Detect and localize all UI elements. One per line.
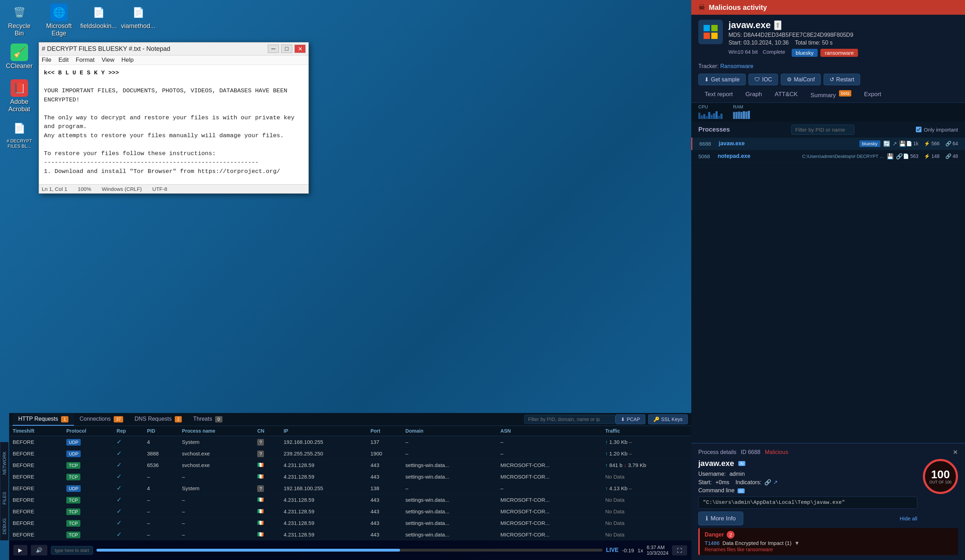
speed-label: 1x (638, 547, 643, 553)
icon-microsoft-edge[interactable]: 🌐 Microsoft Edge (43, 3, 75, 37)
cell-protocol: TCP (63, 506, 113, 517)
cell-process: – (178, 506, 254, 517)
network-table-row[interactable]: BEFORE TCP ✓ – – 🇮🇪 4.231.128.59 443 set… (9, 517, 691, 529)
cell-ip: 239.255.255.250 (280, 448, 367, 459)
proc-icon2: ↗ (892, 140, 897, 147)
notepad-minimize-button[interactable]: ─ (268, 44, 279, 53)
cpu-bar (708, 112, 710, 119)
proc-val5: 🔗 48 (945, 153, 958, 159)
notepad-position: Ln 1, Col 1 (42, 186, 67, 192)
network-table-row[interactable]: BEFORE UDP ✓ 4 System ? 192.168.100.255 … (9, 482, 691, 494)
restart-icon: ↺ (829, 76, 834, 83)
process-row-javaw[interactable]: 6688 javaw.exe bluesky 🔄 ↗ 💾 📄 1k ⚡ 566 … (691, 137, 965, 150)
cell-cn: 🇮🇪 (254, 471, 280, 482)
notepad-maximize-button[interactable]: □ (281, 44, 292, 53)
notepad-close-button[interactable]: ✕ (294, 44, 306, 53)
processes-search-input[interactable] (791, 124, 854, 135)
tab-text-report[interactable]: Text report (698, 88, 739, 103)
ssl-keys-button[interactable]: 🔑 SSL Keys (648, 415, 688, 424)
ioc-button[interactable]: 🛡 IOC (749, 73, 778, 85)
hide-all-button[interactable]: Hide all (900, 516, 917, 521)
cell-process: System (178, 436, 254, 448)
icon-recycle-bin[interactable]: 🗑️ Recycle Bin (3, 3, 35, 37)
taskbar-play-button[interactable]: ▶ (13, 545, 27, 555)
cell-rep: ✓ (113, 482, 144, 494)
proc-mem2: 📄 563 (903, 153, 918, 159)
cpu-bar (715, 111, 718, 119)
sidebar-label-files[interactable]: FILES (0, 484, 8, 512)
sidebar-label-network[interactable]: NETWORK (0, 442, 8, 484)
tab-graph[interactable]: Graph (739, 88, 768, 103)
sidebar-label-debug[interactable]: DEBUG (0, 512, 8, 540)
net-tab-threats[interactable]: Threats 0 (187, 413, 228, 426)
ram-bar (741, 112, 743, 119)
windows-logo-icon (702, 23, 719, 40)
notepad-menu-edit[interactable]: Edit (58, 57, 69, 64)
cell-timeshift: BEFORE (9, 482, 63, 494)
tab-export[interactable]: Export (858, 88, 887, 103)
cell-traffic: ↑ 4.13 Kb – (602, 482, 691, 494)
network-table-row[interactable]: BEFORE TCP ✓ – – 🇮🇪 4.231.128.59 443 set… (9, 494, 691, 506)
pcap-button[interactable]: ⬇ PCAP (615, 415, 645, 424)
only-important-checkbox[interactable] (916, 127, 921, 132)
icon-adobe-acrobat[interactable]: 📕 Adobe Acrobat (3, 79, 35, 113)
more-info-button[interactable]: ℹ More Info (698, 511, 743, 525)
cell-protocol: TCP (63, 471, 113, 482)
icon-fields-looking[interactable]: 📄 fieldslookin... (83, 3, 114, 37)
fullscreen-button[interactable]: ⛶ (672, 545, 687, 555)
network-table-row[interactable]: BEFORE TCP ✓ 6536 svchost.exe 🇮🇪 4.231.1… (9, 459, 691, 471)
cell-process: svchost.exe (178, 448, 254, 459)
processes-title: Processes (698, 126, 730, 133)
cell-rep: ✓ (113, 517, 144, 529)
network-table-row[interactable]: BEFORE UDP ✓ 3888 svchost.exe ? 239.255.… (9, 448, 691, 459)
icon-viamethod[interactable]: 📄 viamethod... (123, 3, 154, 37)
proc-val3: 🔗 64 (945, 141, 958, 146)
proc-detail-close-button[interactable]: ✕ (953, 449, 958, 456)
tab-att-ck[interactable]: ATT&CK (769, 88, 804, 103)
get-sample-button[interactable]: ⬇ Get sample (698, 73, 746, 85)
icon-decrypt3[interactable]: 📄 # DECRYPT FILES BL... (3, 119, 35, 153)
proc-tag-bluesky: bluesky (859, 140, 880, 147)
cell-cn: 🇮🇪 (254, 517, 280, 529)
cell-port: 443 (367, 494, 402, 506)
net-tab-connections[interactable]: Connections 37 (74, 413, 129, 426)
notepad-line (44, 176, 304, 184)
ram-bar (733, 112, 735, 119)
ram-bar (748, 111, 750, 119)
restart-button[interactable]: ↺ Restart (824, 73, 860, 85)
col-process: Process name (178, 426, 254, 436)
taskbar-input[interactable] (51, 546, 93, 555)
network-table-row[interactable]: BEFORE TCP ✓ – – 🇮🇪 4.231.128.59 443 set… (9, 506, 691, 517)
tracker-link[interactable]: Ransomware (720, 63, 753, 69)
cell-port: 443 (367, 459, 402, 471)
notepad-content[interactable]: k<< B L U E S K Y >>> YOUR IMPORTANT FIL… (39, 65, 308, 184)
icon-ccleaner[interactable]: 🧹 CCleaner (3, 44, 35, 73)
malconf-button[interactable]: ⚙ MalConf (781, 73, 821, 85)
notepad-menu-format[interactable]: Format (76, 57, 95, 64)
cpu-bar (706, 116, 708, 119)
live-label: LIVE (606, 547, 619, 553)
notepad-menu-view[interactable]: View (102, 57, 115, 64)
net-tab-dns[interactable]: DNS Requests 2 (129, 413, 187, 426)
col-cn: CN (254, 426, 280, 436)
process-row-notepad[interactable]: 5068 notepad.exe C:\Users\admin\Desktop\… (691, 150, 965, 163)
cell-timeshift: BEFORE (9, 517, 63, 529)
network-table-row[interactable]: BEFORE TCP ✓ – – 🇮🇪 4.231.128.59 443 set… (9, 471, 691, 482)
tab-summary[interactable]: Summary beta (804, 88, 858, 103)
cpu-bar (698, 113, 700, 119)
cell-protocol: TCP (63, 494, 113, 506)
taskbar-progress-bar[interactable] (96, 549, 602, 552)
info-icon: ℹ (706, 515, 708, 522)
network-table-row[interactable]: BEFORE TCP ✓ – – 🇮🇪 4.231.128.59 443 set… (9, 529, 691, 540)
only-important-toggle[interactable]: Only important (916, 127, 958, 132)
share-button[interactable]: ⬆ (774, 20, 782, 30)
danger-item-T1486[interactable]: T1486 Data Encrypted for Impact (1) ▼ (705, 540, 953, 546)
net-tab-http[interactable]: HTTP Requests 1 (13, 413, 74, 426)
network-filter-input[interactable] (524, 415, 615, 424)
cell-pid: – (144, 506, 178, 517)
taskbar-sound-button[interactable]: 🔊 (31, 545, 47, 555)
notepad-menu-help[interactable]: Help (121, 57, 134, 64)
network-table-row[interactable]: BEFORE UDP ✓ 4 System ? 192.168.100.255 … (9, 436, 691, 448)
notepad-menu-file[interactable]: File (42, 57, 51, 64)
cell-rep: ✓ (113, 448, 144, 459)
